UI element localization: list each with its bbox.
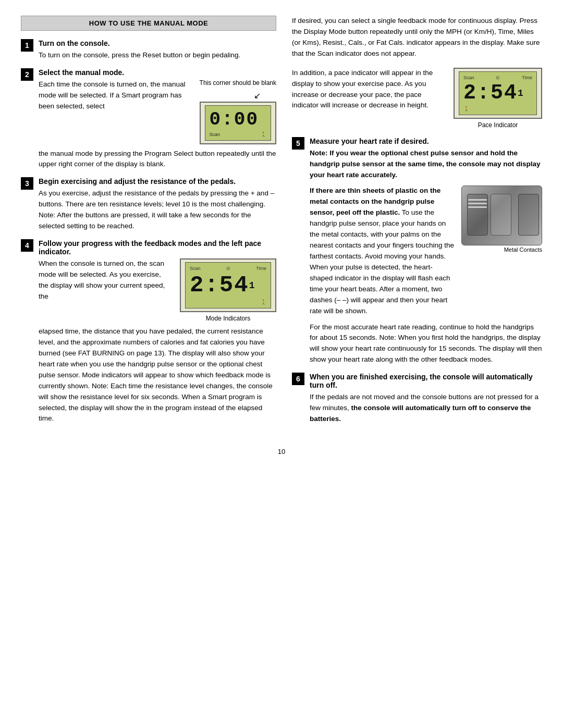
- step-4-content: Follow your progress with the feedback m…: [39, 239, 276, 424]
- step-3-number: 3: [21, 177, 33, 190]
- step-2-person-icon: 🚶: [261, 132, 266, 137]
- step-2-bottom-bar: Scan 🚶: [210, 132, 266, 137]
- step-4-title: Follow your progress with the feedback m…: [39, 239, 276, 256]
- step-4-figure: Scan ⊙ Time 2:541 🚶: [180, 258, 276, 322]
- step-4-small-digit: 1: [249, 280, 256, 291]
- step-2-title: Select the manual mode.: [39, 68, 276, 77]
- step-5-title: Measure your heart rate if desired.: [310, 137, 542, 145]
- step-3-title: Begin exercising and adjust the resistan…: [39, 177, 276, 186]
- step-2-lcd: 0:00 Scan 🚶: [205, 105, 271, 141]
- page-number: 10: [21, 448, 542, 455]
- step-5: 5 Measure your heart rate if desired. No…: [292, 137, 542, 366]
- section-header: HOW TO USE THE MANUAL MODE: [21, 16, 276, 31]
- page-container: HOW TO USE THE MANUAL MODE 1 Turn on the…: [0, 0, 563, 728]
- step-2-number: 2: [21, 68, 33, 81]
- pace-section: In addition, a pace indicator will appea…: [292, 68, 542, 129]
- step-4-display-box: Scan ⊙ Time 2:541 🚶: [180, 258, 276, 312]
- left-column: HOW TO USE THE MANUAL MODE 1 Turn on the…: [21, 16, 276, 432]
- step-1-content: Turn on the console. To turn on the cons…: [39, 39, 276, 61]
- step-4-lcd: Scan ⊙ Time 2:541 🚶: [185, 262, 271, 309]
- step-3-content: Begin exercising and adjust the resistan…: [39, 177, 276, 232]
- step-4-figure-label: Mode Indicators: [180, 315, 276, 322]
- step-1: 1 Turn on the console. To turn on the co…: [21, 39, 276, 61]
- pace-digits: 2:541: [463, 81, 532, 105]
- step-5-heartrate-body: To use the handgrip pulse sensor, place …: [310, 208, 454, 314]
- pace-lcd: Scan ⊙ Time 2:541 🚶: [459, 71, 537, 115]
- right-intro: If desired, you can select a single feed…: [292, 16, 542, 59]
- pace-small-digit: 1: [518, 88, 524, 98]
- step-4-text-part1: When the console is turned on, the scan …: [39, 258, 173, 302]
- pace-bottom-bar: 🚶: [463, 106, 532, 112]
- step-4-bottom-bar: 🚶: [190, 300, 266, 305]
- step-5-plastic-bold: plastic.: [376, 208, 400, 216]
- step-5-heartrate: If there are thin sheets of plastic on t…: [310, 186, 542, 316]
- metal-contacts-label: Metal Contacts: [461, 246, 542, 253]
- step-2-text-part1: Each time the console is turned on, the …: [39, 79, 192, 112]
- step-4-time-label: Time: [256, 266, 266, 271]
- step-3-body: As you exercise, adjust the resistance o…: [39, 188, 276, 232]
- pace-scan-label: Scan: [463, 75, 474, 80]
- step-2-scan-label: Scan: [210, 132, 221, 137]
- main-layout: HOW TO USE THE MANUAL MODE 1 Turn on the…: [21, 16, 542, 432]
- right-column: If desired, you can select a single feed…: [292, 16, 542, 432]
- pace-text: In addition, a pace indicator will appea…: [292, 68, 445, 112]
- step-4: 4 Follow your progress with the feedback…: [21, 239, 276, 424]
- step-3: 3 Begin exercising and adjust the resist…: [21, 177, 276, 232]
- step-4-digits: 2:541: [190, 272, 266, 298]
- step-2-corner-note: This corner should be blank: [200, 79, 276, 88]
- section-title: HOW TO USE THE MANUAL MODE: [89, 19, 208, 27]
- pace-person-icon: 🚶: [463, 106, 469, 112]
- corner-arrow: ↙: [200, 91, 276, 101]
- step-4-person-icon2: 🚶: [261, 300, 266, 305]
- step-4-scan-label: Scan: [190, 266, 201, 271]
- pace-indicator-label: Pace Indicator: [454, 121, 542, 129]
- step-5-figure: Metal Contacts: [461, 186, 542, 253]
- step-2-figure-wrap: Each time the console is turned on, the …: [39, 79, 276, 144]
- pace-figure: Scan ⊙ Time 2:541 🚶 Pace I: [454, 68, 542, 129]
- step-4-figure-wrap: When the console is turned on, the scan …: [39, 258, 276, 322]
- step-5-content: Measure your heart rate if desired. Note…: [310, 137, 542, 366]
- step-1-body: To turn on the console, press the Reset …: [39, 50, 276, 61]
- step-2-display-box: 0:00 Scan 🚶: [200, 102, 276, 144]
- step-6-number: 6: [292, 373, 304, 385]
- step-5-note: Note: If you wear the optional chest pul…: [310, 148, 542, 181]
- step-2-text-part2: the manual mode by pressing the Program …: [39, 149, 276, 170]
- step-5-heartrate-text: If there are thin sheets of plastic on t…: [310, 186, 454, 316]
- step-6: 6 When you are finished exercising, the …: [292, 373, 542, 425]
- step-2-content: Select the manual mode. Each time the co…: [39, 68, 276, 170]
- step-5-heartrate-p2: For the most accurate heart rate reading…: [310, 322, 542, 366]
- step-4-time-icon: ⊙: [226, 266, 230, 271]
- pace-display-box: Scan ⊙ Time 2:541 🚶: [454, 68, 542, 119]
- step-1-number: 1: [21, 39, 33, 52]
- step-6-title: When you are finished exercising, the co…: [310, 373, 542, 389]
- pace-time-icon: ⊙: [496, 75, 500, 80]
- step-2-digits: 0:00: [210, 109, 266, 130]
- pace-time-label: Time: [522, 75, 532, 80]
- step-1-title: Turn on the console.: [39, 39, 276, 47]
- step-4-text-part2: elapsed time, the distance that you have…: [39, 326, 276, 424]
- step-5-number: 5: [292, 137, 304, 150]
- step-2-figure: This corner should be blank ↙ 0:00 Scan: [200, 79, 276, 144]
- step-4-number: 4: [21, 239, 33, 252]
- step-2: 2 Select the manual mode. Each time the …: [21, 68, 276, 170]
- handgrip-image: [461, 186, 542, 245]
- step-6-content: When you are finished exercising, the co…: [310, 373, 542, 425]
- step-6-body: If the pedals are not moved and the cons…: [310, 392, 542, 425]
